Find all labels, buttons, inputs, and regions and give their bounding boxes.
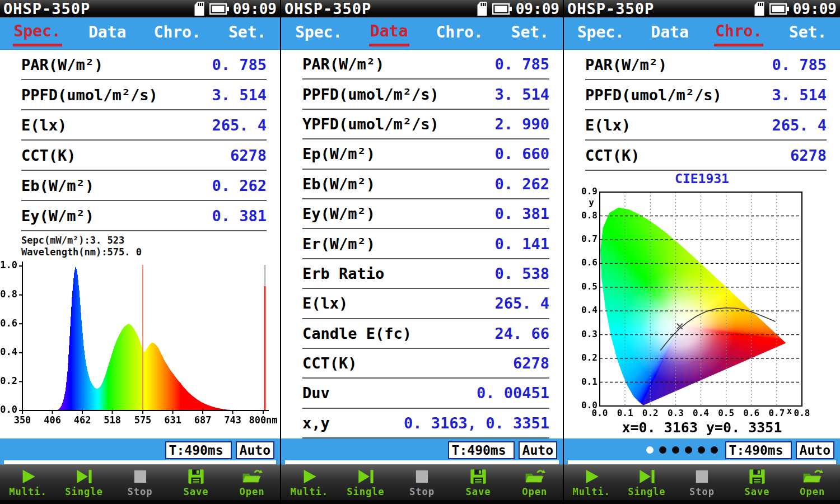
device-title: OHSP-350P [567, 0, 654, 17]
row-label: CCT(K) [21, 147, 76, 164]
row-value: 2. 990 [494, 115, 549, 133]
tab-set[interactable]: Set. [788, 22, 828, 45]
open-button[interactable]: Open [224, 465, 280, 500]
row-value: 0. 785 [772, 56, 827, 73]
tab-bar: Spec. Data Chro. Set. [281, 17, 563, 50]
row-value: 265. 4 [772, 116, 827, 134]
tab-data[interactable]: Data [650, 22, 689, 45]
auto-mode-button[interactable]: Auto [796, 441, 834, 459]
stop-button[interactable]: Stop [674, 465, 730, 500]
play-to-bar-icon [356, 468, 375, 485]
integration-time-field[interactable]: T:490ms [725, 441, 792, 459]
row-label: PPFD(umol/m²/s) [585, 86, 722, 104]
wavelength-readout: Wavelength(nm):575. 0 [0, 246, 280, 258]
multi-button[interactable]: Multi. [0, 465, 56, 500]
table-row: Eb(W/m²)0. 262 [21, 171, 267, 201]
tab-spec[interactable]: Spec. [576, 22, 626, 45]
row-value: 0. 3163, 0. 3351 [404, 414, 549, 432]
tool-label: Multi. [573, 486, 610, 497]
tab-chro[interactable]: Chro. [435, 22, 484, 45]
stop-button[interactable]: Stop [394, 465, 450, 500]
row-label: YPFD(umol/m²/s) [302, 115, 439, 133]
open-folder-icon [802, 468, 823, 485]
row-label: PAR(W/m²) [21, 56, 103, 73]
table-row: CCT(K)6278 [585, 141, 827, 171]
row-value: 0. 00451 [477, 384, 549, 402]
open-folder-icon [241, 468, 263, 485]
save-floppy-icon [748, 468, 767, 485]
row-label: E(lx) [585, 116, 631, 134]
tab-data[interactable]: Data [87, 22, 127, 45]
tab-set[interactable]: Set. [227, 22, 267, 45]
row-value: 0. 262 [494, 175, 549, 193]
row-value: 3. 514 [494, 86, 549, 103]
panel-spectrum: OHSP-350P 09:09 Spec. Data Chro. Set. PA… [0, 0, 280, 504]
integration-time-field[interactable]: T:490ms [448, 441, 515, 459]
single-button[interactable]: Single [338, 465, 394, 500]
tab-set[interactable]: Set. [510, 22, 550, 45]
row-value: 0. 141 [494, 235, 549, 253]
stop-button[interactable]: Stop [112, 465, 168, 500]
row-value: 265. 4 [212, 116, 267, 134]
tool-label: Open [240, 486, 265, 497]
measurement-table: PAR(W/m²)0. 785PPFD(umol/m²/s)3. 514E(lx… [564, 50, 840, 171]
sd-card-icon [475, 1, 489, 16]
sepc-readout: Sepc(mW/m²):3. 523 [0, 235, 280, 246]
table-row: Erb Ratio0. 538 [302, 259, 549, 289]
table-row: Ey(W/m²)0. 381 [302, 199, 549, 229]
open-button[interactable]: Open [506, 465, 563, 500]
tab-chro[interactable]: Chro. [153, 22, 202, 45]
bezel [281, 500, 563, 504]
save-floppy-icon [186, 468, 206, 485]
tab-bar: Spec. Data Chro. Set. [0, 17, 280, 50]
tool-label: Single [65, 486, 102, 497]
xy-coordinates: x=0. 3163 y=0. 3351 [564, 421, 840, 437]
spectrum-block: Sepc(mW/m²):3. 523 Wavelength(nm):575. 0 [0, 231, 280, 427]
row-value: 0. 381 [212, 207, 267, 225]
table-row: Duv0. 00451 [302, 379, 549, 408]
status-bar: T:490ms Auto [281, 438, 563, 464]
row-label: Erb Ratio [302, 265, 384, 282]
title-bar: OHSP-350P 09:09 [564, 0, 840, 17]
status-bar: T:490ms Auto [564, 438, 840, 464]
integration-time-field[interactable]: T:490ms [165, 441, 232, 459]
table-row: E(lx)265. 4 [302, 289, 549, 319]
table-row: Er(W/m²)0. 141 [302, 229, 549, 259]
page-dot [698, 446, 705, 454]
clock-time: 09:09 [793, 1, 837, 17]
page-dot [646, 446, 654, 454]
row-value: 0. 538 [494, 265, 549, 282]
tool-label: Stop [409, 486, 435, 497]
row-value: 0. 381 [494, 205, 549, 222]
table-row: Eb(W/m²)0. 262 [302, 170, 549, 199]
auto-mode-button[interactable]: Auto [236, 441, 274, 459]
tool-label: Open [800, 486, 825, 497]
measurement-table: PAR(W/m²)0. 785PPFD(umol/m²/s)3. 514E(lx… [0, 50, 280, 231]
title-bar: OHSP-350P 09:09 [0, 0, 280, 17]
tool-label: Save [745, 486, 770, 497]
multi-button[interactable]: Multi. [564, 465, 619, 500]
tab-spec[interactable]: Spec. [13, 21, 62, 46]
clock-time: 09:09 [516, 1, 559, 17]
play-to-bar-icon [637, 468, 656, 485]
table-row: YPFD(umol/m²/s)2. 990 [302, 110, 549, 139]
play-to-bar-icon [74, 468, 94, 485]
tool-label: Open [522, 486, 547, 497]
single-button[interactable]: Single [56, 465, 112, 500]
save-button[interactable]: Save [450, 465, 507, 500]
open-button[interactable]: Open [785, 465, 840, 500]
tab-spec[interactable]: Spec. [294, 22, 343, 45]
row-label: E(lx) [21, 116, 67, 134]
tab-data[interactable]: Data [369, 21, 409, 46]
table-row: CCT(K)6278 [302, 349, 549, 379]
auto-mode-button[interactable]: Auto [519, 441, 557, 459]
save-button[interactable]: Save [168, 465, 224, 500]
save-button[interactable]: Save [730, 465, 785, 500]
multi-button[interactable]: Multi. [281, 465, 338, 500]
row-label: CCT(K) [585, 147, 640, 164]
tab-chro[interactable]: Chro. [714, 21, 763, 46]
play-icon [300, 468, 319, 485]
toolbar: Multi. Single Stop Save Open [0, 464, 280, 500]
single-button[interactable]: Single [619, 465, 675, 500]
tool-label: Single [628, 486, 665, 497]
